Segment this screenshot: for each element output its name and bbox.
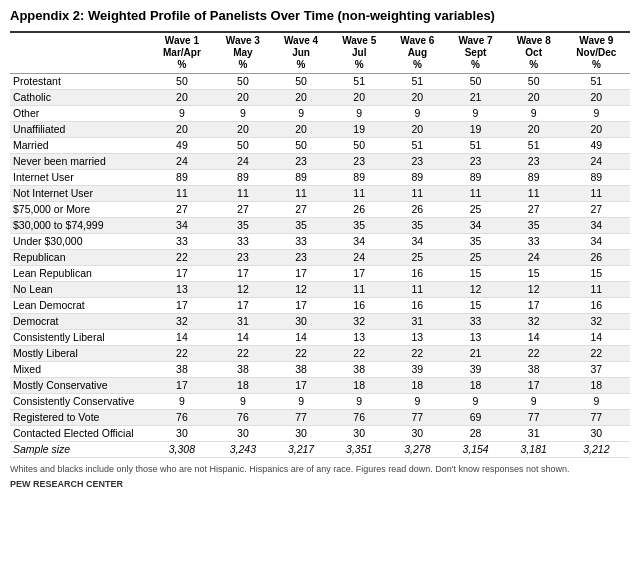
cell-17-1: 22 bbox=[214, 345, 272, 361]
row-label: Registered to Vote bbox=[10, 409, 150, 425]
table-row: No Lean1312121111121211 bbox=[10, 281, 630, 297]
table-row: Consistently Conservative99999999 bbox=[10, 393, 630, 409]
cell-5-1: 24 bbox=[214, 153, 272, 169]
cell-20-4: 9 bbox=[388, 393, 446, 409]
cell-5-2: 23 bbox=[272, 153, 330, 169]
cell-16-2: 14 bbox=[272, 329, 330, 345]
cell-8-7: 27 bbox=[563, 201, 630, 217]
cell-3-5: 19 bbox=[446, 121, 504, 137]
cell-5-5: 23 bbox=[446, 153, 504, 169]
cell-18-5: 39 bbox=[446, 361, 504, 377]
cell-17-3: 22 bbox=[330, 345, 388, 361]
cell-14-1: 17 bbox=[214, 297, 272, 313]
cell-23-4: 3,278 bbox=[388, 441, 446, 457]
chart-title: Appendix 2: Weighted Profile of Panelist… bbox=[10, 8, 630, 25]
cell-2-1: 9 bbox=[214, 105, 272, 121]
table-row: Mostly Conservative1718171818181718 bbox=[10, 377, 630, 393]
cell-14-5: 15 bbox=[446, 297, 504, 313]
cell-15-5: 33 bbox=[446, 313, 504, 329]
cell-10-4: 34 bbox=[388, 233, 446, 249]
row-label: Not Internet User bbox=[10, 185, 150, 201]
data-table: Wave 1Mar/Apr%Wave 3May%Wave 4Jun%Wave 5… bbox=[10, 31, 630, 458]
cell-11-2: 23 bbox=[272, 249, 330, 265]
cell-1-7: 20 bbox=[563, 89, 630, 105]
cell-0-7: 51 bbox=[563, 73, 630, 89]
cell-22-0: 30 bbox=[150, 425, 214, 441]
table-row: Under $30,0003333333434353334 bbox=[10, 233, 630, 249]
cell-1-6: 20 bbox=[505, 89, 563, 105]
row-label: Married bbox=[10, 137, 150, 153]
row-label: Mostly Conservative bbox=[10, 377, 150, 393]
cell-5-6: 23 bbox=[505, 153, 563, 169]
cell-15-7: 32 bbox=[563, 313, 630, 329]
table-row: Lean Democrat1717171616151716 bbox=[10, 297, 630, 313]
cell-1-1: 20 bbox=[214, 89, 272, 105]
cell-20-3: 9 bbox=[330, 393, 388, 409]
cell-18-0: 38 bbox=[150, 361, 214, 377]
cell-17-2: 22 bbox=[272, 345, 330, 361]
cell-7-7: 11 bbox=[563, 185, 630, 201]
cell-6-2: 89 bbox=[272, 169, 330, 185]
cell-2-4: 9 bbox=[388, 105, 446, 121]
cell-22-1: 30 bbox=[214, 425, 272, 441]
cell-14-7: 16 bbox=[563, 297, 630, 313]
table-row: Sample size3,3083,2433,2173,3513,2783,15… bbox=[10, 441, 630, 457]
cell-21-6: 77 bbox=[505, 409, 563, 425]
table-row: Never been married2424232323232324 bbox=[10, 153, 630, 169]
cell-11-3: 24 bbox=[330, 249, 388, 265]
col-header-5: Wave 7Sept% bbox=[446, 32, 504, 74]
cell-13-3: 11 bbox=[330, 281, 388, 297]
cell-1-4: 20 bbox=[388, 89, 446, 105]
table-row: Catholic2020202020212020 bbox=[10, 89, 630, 105]
table-row: Unaffiliated2020201920192020 bbox=[10, 121, 630, 137]
cell-3-4: 20 bbox=[388, 121, 446, 137]
row-label: No Lean bbox=[10, 281, 150, 297]
cell-13-2: 12 bbox=[272, 281, 330, 297]
cell-4-5: 51 bbox=[446, 137, 504, 153]
row-label: Other bbox=[10, 105, 150, 121]
table-row: Mixed3838383839393837 bbox=[10, 361, 630, 377]
cell-18-2: 38 bbox=[272, 361, 330, 377]
col-header-0: Wave 1Mar/Apr% bbox=[150, 32, 214, 74]
cell-8-1: 27 bbox=[214, 201, 272, 217]
cell-23-5: 3,154 bbox=[446, 441, 504, 457]
cell-0-5: 50 bbox=[446, 73, 504, 89]
cell-19-5: 18 bbox=[446, 377, 504, 393]
cell-15-4: 31 bbox=[388, 313, 446, 329]
cell-2-6: 9 bbox=[505, 105, 563, 121]
col-header-7: Wave 9Nov/Dec% bbox=[563, 32, 630, 74]
cell-16-5: 13 bbox=[446, 329, 504, 345]
cell-11-6: 24 bbox=[505, 249, 563, 265]
cell-17-6: 22 bbox=[505, 345, 563, 361]
cell-17-4: 22 bbox=[388, 345, 446, 361]
cell-17-5: 21 bbox=[446, 345, 504, 361]
row-label: Consistently Conservative bbox=[10, 393, 150, 409]
cell-21-0: 76 bbox=[150, 409, 214, 425]
table-row: Married4950505051515149 bbox=[10, 137, 630, 153]
cell-18-1: 38 bbox=[214, 361, 272, 377]
cell-10-5: 35 bbox=[446, 233, 504, 249]
cell-10-2: 33 bbox=[272, 233, 330, 249]
cell-3-0: 20 bbox=[150, 121, 214, 137]
cell-15-1: 31 bbox=[214, 313, 272, 329]
cell-0-6: 50 bbox=[505, 73, 563, 89]
cell-0-3: 51 bbox=[330, 73, 388, 89]
row-label: Contacted Elected Official bbox=[10, 425, 150, 441]
table-row: Contacted Elected Official30303030302831… bbox=[10, 425, 630, 441]
cell-18-4: 39 bbox=[388, 361, 446, 377]
cell-10-7: 34 bbox=[563, 233, 630, 249]
cell-7-2: 11 bbox=[272, 185, 330, 201]
cell-18-6: 38 bbox=[505, 361, 563, 377]
table-body: Protestant5050505151505051Catholic202020… bbox=[10, 73, 630, 457]
cell-12-3: 17 bbox=[330, 265, 388, 281]
cell-23-0: 3,308 bbox=[150, 441, 214, 457]
cell-19-4: 18 bbox=[388, 377, 446, 393]
cell-23-3: 3,351 bbox=[330, 441, 388, 457]
cell-5-7: 24 bbox=[563, 153, 630, 169]
table-row: Lean Republican1717171716151515 bbox=[10, 265, 630, 281]
row-label: Democrat bbox=[10, 313, 150, 329]
cell-13-5: 12 bbox=[446, 281, 504, 297]
cell-2-0: 9 bbox=[150, 105, 214, 121]
cell-8-5: 25 bbox=[446, 201, 504, 217]
cell-16-0: 14 bbox=[150, 329, 214, 345]
